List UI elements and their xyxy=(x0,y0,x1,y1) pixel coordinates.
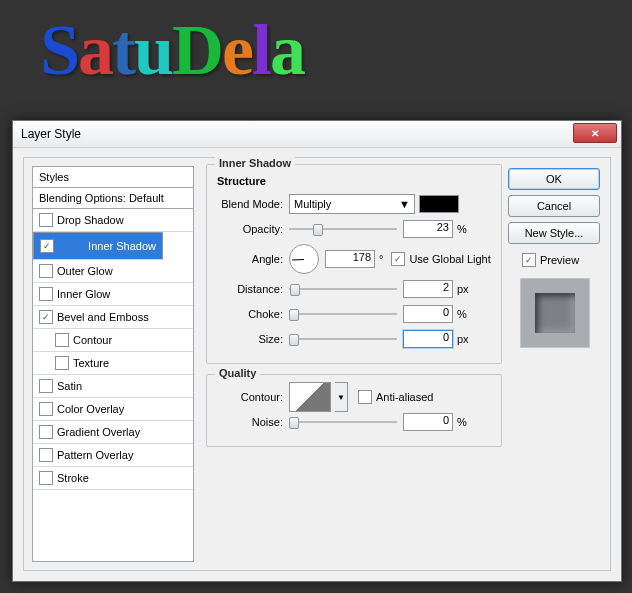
inner-shadow-group: Inner Shadow Structure Blend Mode: Multi… xyxy=(206,164,502,364)
noise-slider[interactable] xyxy=(289,415,397,429)
dialog-body: Styles Blending Options: Default Drop Sh… xyxy=(23,157,611,571)
sidebar-item-label: Gradient Overlay xyxy=(57,426,140,438)
sidebar-item-label: Satin xyxy=(57,380,82,392)
style-checkbox[interactable] xyxy=(39,379,53,393)
sidebar-item-contour[interactable]: Contour xyxy=(33,329,193,352)
opacity-label: Opacity: xyxy=(217,223,283,235)
sidebar-styles-header[interactable]: Styles xyxy=(33,167,193,188)
blend-mode-select[interactable]: Multiply ▼ xyxy=(289,194,415,214)
style-checkbox[interactable] xyxy=(39,264,53,278)
style-checkbox[interactable] xyxy=(55,333,69,347)
opacity-input[interactable]: 23 xyxy=(403,220,453,238)
dialog-title: Layer Style xyxy=(21,127,81,141)
sidebar-item-outer-glow[interactable]: Outer Glow xyxy=(33,260,193,283)
sidebar-item-label: Bevel and Emboss xyxy=(57,311,149,323)
chevron-down-icon: ▼ xyxy=(399,198,410,210)
sidebar-item-label: Inner Shadow xyxy=(88,240,156,252)
settings-panel: Inner Shadow Structure Blend Mode: Multi… xyxy=(206,164,502,457)
contour-picker[interactable] xyxy=(289,382,331,412)
size-slider[interactable] xyxy=(289,332,397,346)
distance-label: Distance: xyxy=(217,283,283,295)
angle-label: Angle: xyxy=(217,253,283,265)
sidebar-item-label: Drop Shadow xyxy=(57,214,124,226)
sidebar-item-label: Texture xyxy=(73,357,109,369)
choke-slider[interactable] xyxy=(289,307,397,321)
sidebar-item-color-overlay[interactable]: Color Overlay xyxy=(33,398,193,421)
contour-dropdown[interactable]: ▼ xyxy=(335,382,348,412)
distance-slider[interactable] xyxy=(289,282,397,296)
sidebar-item-label: Contour xyxy=(73,334,112,346)
sidebar-item-label: Inner Glow xyxy=(57,288,110,300)
sidebar-item-satin[interactable]: Satin xyxy=(33,375,193,398)
preview-thumbnail xyxy=(520,278,590,348)
sidebar-blending-header[interactable]: Blending Options: Default xyxy=(33,188,193,209)
style-checkbox[interactable] xyxy=(39,402,53,416)
blend-mode-label: Blend Mode: xyxy=(217,198,283,210)
style-checkbox[interactable] xyxy=(39,310,53,324)
style-checkbox[interactable] xyxy=(39,471,53,485)
cancel-button[interactable]: Cancel xyxy=(508,195,600,217)
background-artwork: S a t u D e l a xyxy=(0,0,632,100)
size-input[interactable]: 0 xyxy=(403,330,453,348)
sidebar-item-inner-glow[interactable]: Inner Glow xyxy=(33,283,193,306)
choke-input[interactable]: 0 xyxy=(403,305,453,323)
preview-checkbox[interactable] xyxy=(522,253,536,267)
noise-label: Noise: xyxy=(217,416,283,428)
style-checkbox[interactable] xyxy=(40,239,54,253)
styles-sidebar: Styles Blending Options: Default Drop Sh… xyxy=(32,166,194,562)
sidebar-item-stroke[interactable]: Stroke xyxy=(33,467,193,490)
close-icon: ✕ xyxy=(591,128,599,139)
sidebar-item-bevel-and-emboss[interactable]: Bevel and Emboss xyxy=(33,306,193,329)
quality-group: Quality Contour: ▼ Anti-aliased Noise: 0… xyxy=(206,374,502,447)
use-global-light-checkbox[interactable] xyxy=(391,252,405,266)
style-checkbox[interactable] xyxy=(39,425,53,439)
sidebar-item-label: Color Overlay xyxy=(57,403,124,415)
right-column: OK Cancel New Style... Preview xyxy=(508,168,600,348)
group-title: Inner Shadow xyxy=(215,157,295,169)
titlebar[interactable]: Layer Style ✕ xyxy=(13,121,621,148)
sidebar-item-label: Stroke xyxy=(57,472,89,484)
opacity-slider[interactable] xyxy=(289,222,397,236)
sidebar-item-pattern-overlay[interactable]: Pattern Overlay xyxy=(33,444,193,467)
preview-label: Preview xyxy=(540,254,579,266)
quality-title: Quality xyxy=(215,367,260,379)
anti-aliased-label: Anti-aliased xyxy=(376,391,433,403)
style-checkbox[interactable] xyxy=(39,213,53,227)
layer-style-dialog: Layer Style ✕ Styles Blending Options: D… xyxy=(12,120,622,582)
shadow-color-swatch[interactable] xyxy=(419,195,459,213)
angle-dial[interactable] xyxy=(289,244,319,274)
distance-input[interactable]: 2 xyxy=(403,280,453,298)
noise-input[interactable]: 0 xyxy=(403,413,453,431)
new-style-button[interactable]: New Style... xyxy=(508,222,600,244)
sidebar-item-label: Outer Glow xyxy=(57,265,113,277)
size-label: Size: xyxy=(217,333,283,345)
use-global-light-label: Use Global Light xyxy=(409,253,490,265)
ok-button[interactable]: OK xyxy=(508,168,600,190)
angle-input[interactable]: 178 xyxy=(325,250,375,268)
style-checkbox[interactable] xyxy=(39,287,53,301)
structure-subtitle: Structure xyxy=(217,175,491,187)
close-button[interactable]: ✕ xyxy=(573,123,617,143)
anti-aliased-checkbox[interactable] xyxy=(358,390,372,404)
sidebar-item-gradient-overlay[interactable]: Gradient Overlay xyxy=(33,421,193,444)
style-checkbox[interactable] xyxy=(55,356,69,370)
sidebar-item-label: Pattern Overlay xyxy=(57,449,133,461)
style-checkbox[interactable] xyxy=(39,448,53,462)
contour-label: Contour: xyxy=(217,391,283,403)
choke-label: Choke: xyxy=(217,308,283,320)
sidebar-item-drop-shadow[interactable]: Drop Shadow xyxy=(33,209,193,232)
sidebar-item-inner-shadow[interactable]: Inner Shadow xyxy=(33,232,163,260)
sidebar-item-texture[interactable]: Texture xyxy=(33,352,193,375)
